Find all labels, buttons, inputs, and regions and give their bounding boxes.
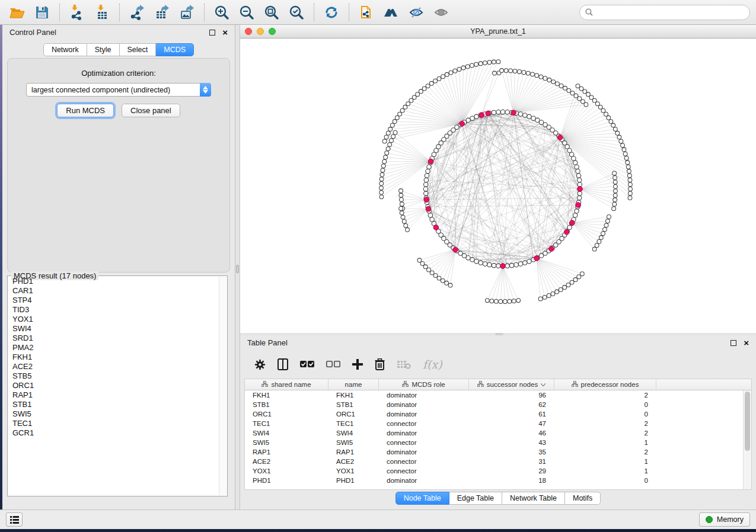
dominator-node[interactable] xyxy=(570,220,575,226)
open-folder-icon[interactable] xyxy=(6,2,28,23)
table-row[interactable]: SWI4SWI4dominator462 xyxy=(245,428,751,438)
import-network-icon[interactable] xyxy=(66,2,88,23)
scrollbar-thumb[interactable] xyxy=(745,392,750,451)
memory-button[interactable]: Memory xyxy=(699,512,750,527)
import-table-icon[interactable] xyxy=(91,2,113,23)
result-item[interactable]: GCR1 xyxy=(8,428,219,438)
table-row[interactable]: YOX1YOX1connector291 xyxy=(245,466,751,476)
close-panel-icon[interactable]: × xyxy=(222,30,228,36)
table-row[interactable]: TEC1TEC1connector472 xyxy=(245,419,751,428)
result-item[interactable]: TEC1 xyxy=(8,419,219,428)
dominator-node[interactable] xyxy=(576,203,581,208)
columns-icon[interactable] xyxy=(277,358,288,370)
save-icon[interactable] xyxy=(31,2,53,23)
tab-mcds[interactable]: MCDS xyxy=(156,43,194,56)
close-panel-button[interactable]: Close panel xyxy=(122,104,180,117)
export-image-icon[interactable] xyxy=(176,2,198,23)
float-panel-icon[interactable] xyxy=(209,30,215,36)
dominator-node[interactable] xyxy=(424,197,429,203)
dominator-node[interactable] xyxy=(433,225,439,230)
network-canvas[interactable] xyxy=(240,39,756,333)
cell-name: ACE2 xyxy=(328,457,379,466)
tab-edge-table[interactable]: Edge Table xyxy=(449,492,502,505)
search-input[interactable] xyxy=(596,8,744,17)
tab-network-table[interactable]: Network Table xyxy=(502,492,565,505)
table-row[interactable]: PHD1PHD1dominator180 xyxy=(245,476,751,485)
column-header-successor-nodes[interactable]: successor nodes xyxy=(469,379,554,390)
result-item[interactable]: SRD1 xyxy=(8,334,219,343)
close-panel-icon[interactable]: × xyxy=(744,340,749,346)
tab-select[interactable]: Select xyxy=(120,43,157,56)
tab-node-table[interactable]: Node Table xyxy=(395,492,449,505)
tab-style[interactable]: Style xyxy=(87,43,120,56)
zoom-selected-icon[interactable] xyxy=(285,2,308,23)
column-header-shared-name[interactable]: shared name xyxy=(245,379,328,390)
dominator-node[interactable] xyxy=(486,111,491,116)
show-details-icon[interactable] xyxy=(430,2,452,23)
dominator-node[interactable] xyxy=(557,135,563,140)
result-item[interactable]: ACE2 xyxy=(8,362,219,371)
criterion-dropdown[interactable]: largest connected component (undirected) xyxy=(26,83,211,97)
table-row[interactable]: STB1STB1dominator620 xyxy=(245,400,751,409)
result-item[interactable]: STB1 xyxy=(8,400,219,409)
table-row[interactable]: ACE2ACE2connector311 xyxy=(245,457,751,466)
export-network-icon[interactable] xyxy=(126,2,148,23)
dominator-node[interactable] xyxy=(511,110,516,116)
result-item[interactable]: STP4 xyxy=(8,296,219,305)
search-icon xyxy=(585,8,593,16)
dominator-node[interactable] xyxy=(564,229,569,235)
result-item[interactable]: YOX1 xyxy=(8,315,219,324)
table-row[interactable]: RAP1RAP1dominator352 xyxy=(245,447,751,457)
mcds-result-list[interactable]: PHD1CAR1STP4TID3YOX1SWI4SRD1PMA2FKH1ACE2… xyxy=(8,277,219,495)
result-item[interactable]: PHD1 xyxy=(8,277,219,286)
dominator-node[interactable] xyxy=(578,187,583,192)
dominator-node[interactable] xyxy=(453,247,458,252)
refresh-icon[interactable] xyxy=(320,2,343,23)
run-mcds-button[interactable]: Run MCDS xyxy=(57,104,114,117)
column-header-MCDS-role[interactable]: MCDS role xyxy=(379,379,469,390)
select-all-icon[interactable] xyxy=(300,361,314,368)
deselect-all-icon[interactable] xyxy=(326,361,340,368)
search-network-icon[interactable] xyxy=(380,2,403,23)
result-item[interactable]: CAR1 xyxy=(8,286,219,296)
result-item[interactable]: RAP1 xyxy=(8,390,219,400)
add-column-icon[interactable] xyxy=(352,359,363,370)
hide-details-icon[interactable] xyxy=(405,2,428,23)
column-header-predecessor-nodes[interactable]: predecessor nodes xyxy=(554,379,656,390)
result-list-scrollbar[interactable] xyxy=(219,277,227,495)
cell-shared-name: PHD1 xyxy=(245,476,328,485)
result-item[interactable]: FKH1 xyxy=(8,352,219,362)
network-from-document-icon[interactable] xyxy=(355,2,378,23)
result-item[interactable]: ORC1 xyxy=(8,381,219,390)
dominator-node[interactable] xyxy=(428,159,433,164)
table-row[interactable]: ORC1ORC1dominator610 xyxy=(245,409,751,419)
dominator-node[interactable] xyxy=(426,206,431,211)
table-row[interactable]: FKH1FKH1dominator962 xyxy=(245,390,751,400)
zoom-fit-icon[interactable] xyxy=(260,2,283,23)
global-search[interactable] xyxy=(579,5,750,20)
dominator-node[interactable] xyxy=(534,256,540,261)
result-item[interactable]: PMA2 xyxy=(8,343,219,352)
table-row[interactable]: SWI5SWI5connector431 xyxy=(245,438,751,447)
vertical-splitter[interactable] xyxy=(235,25,240,509)
result-item[interactable]: SWI5 xyxy=(8,409,219,419)
result-item[interactable]: SWI4 xyxy=(8,324,219,334)
tab-network[interactable]: Network xyxy=(43,43,87,56)
float-panel-icon[interactable] xyxy=(731,340,736,346)
splitter-grip[interactable] xyxy=(236,265,239,273)
result-item[interactable]: TID3 xyxy=(8,305,219,315)
column-header-name[interactable]: name xyxy=(328,379,379,390)
table-scrollbar[interactable] xyxy=(743,390,751,489)
task-history-button[interactable] xyxy=(6,512,23,527)
settings-gear-icon[interactable] xyxy=(254,359,266,370)
delete-column-icon[interactable] xyxy=(375,358,385,370)
dominator-node[interactable] xyxy=(500,264,506,269)
export-table-icon[interactable] xyxy=(151,2,173,23)
dominator-node[interactable] xyxy=(460,121,465,126)
zoom-in-icon[interactable] xyxy=(210,2,233,23)
zoom-out-icon[interactable] xyxy=(235,2,258,23)
dominator-node[interactable] xyxy=(479,113,484,118)
tab-motifs[interactable]: Motifs xyxy=(565,492,601,505)
dominator-node[interactable] xyxy=(549,246,554,252)
result-item[interactable]: STB5 xyxy=(8,371,219,381)
